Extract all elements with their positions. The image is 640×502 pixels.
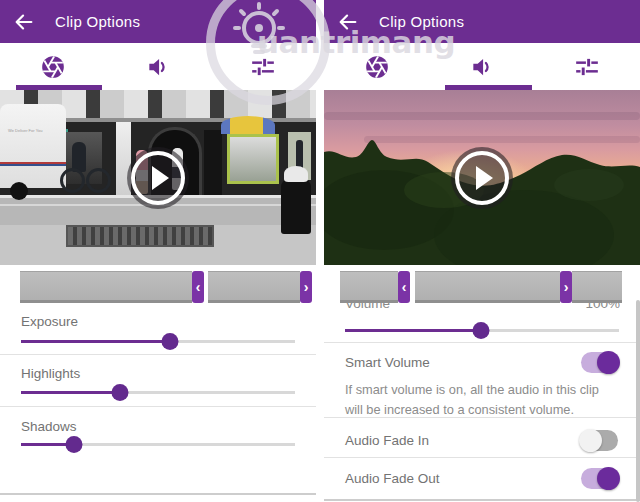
tab-bar (324, 43, 640, 90)
chevron-right-icon: › (564, 279, 569, 295)
divider (0, 406, 316, 407)
page-title: Clip Options (379, 13, 464, 30)
trim-handle-right[interactable]: › (300, 271, 312, 303)
bike-wheel-front (86, 168, 111, 193)
toggle-knob (597, 351, 620, 374)
divider (324, 417, 640, 418)
audio-fade-in-toggle[interactable] (581, 430, 618, 451)
tab-bar (0, 43, 316, 90)
fire-hydrant (281, 178, 311, 234)
exposure-label: Exposure (21, 314, 78, 329)
slider-fill (21, 391, 120, 394)
aperture-icon (40, 54, 66, 80)
smart-volume-description: If smart volume is on, all the audio in … (345, 380, 614, 421)
hydrant-cap (284, 166, 308, 182)
play-button[interactable] (451, 147, 513, 209)
chevron-left-icon: ‹ (196, 279, 201, 295)
trim-handle-right[interactable]: › (560, 271, 572, 303)
video-preview-sunset (324, 90, 640, 265)
slider-fill (21, 340, 170, 343)
truck-text: We Deliver For You (8, 128, 42, 133)
audio-fade-in-label: Audio Fade In (345, 433, 429, 448)
speaker-icon (145, 54, 171, 80)
divider (324, 457, 640, 458)
tab-exposure[interactable] (324, 43, 429, 90)
app-bar: Clip Options (0, 0, 316, 43)
clip-trimmer: ‹ › (20, 271, 312, 303)
truck-wheel (10, 182, 28, 200)
trim-handle-left[interactable]: ‹ (398, 271, 410, 303)
play-button[interactable] (127, 147, 189, 209)
tab-exposure[interactable] (0, 43, 105, 90)
trim-strip[interactable] (20, 271, 192, 303)
trim-strip[interactable] (208, 271, 300, 303)
volume-row-clipped: Volume 100% (345, 303, 620, 316)
slider-thumb[interactable] (162, 333, 179, 350)
exposure-slider[interactable] (21, 333, 295, 350)
clip-options-screen-audio: Clip Options (324, 0, 640, 502)
page-title: Clip Options (55, 13, 140, 30)
tab-audio[interactable] (105, 43, 210, 90)
toggle-knob (579, 429, 602, 452)
chevron-left-icon: ‹ (402, 279, 407, 295)
tab-audio[interactable] (429, 43, 534, 90)
app-bar: Clip Options (324, 0, 640, 43)
highlights-slider[interactable] (21, 384, 295, 401)
truck-stripe (0, 162, 66, 166)
dark-doorway (204, 130, 222, 195)
trim-strip[interactable] (415, 271, 560, 303)
screenshot-bottom-edge (0, 493, 316, 495)
volume-slider[interactable] (345, 322, 619, 339)
screenshot-bottom-edge (324, 499, 640, 501)
aperture-icon (364, 54, 390, 80)
cyclist (60, 142, 110, 198)
divider (324, 342, 640, 343)
audio-fade-out-toggle[interactable] (581, 468, 618, 489)
slider-thumb[interactable] (112, 384, 129, 401)
toggle-knob (597, 467, 620, 490)
trim-handle-left[interactable]: ‹ (192, 271, 204, 303)
shadows-slider[interactable] (21, 436, 295, 453)
sewer-grate (66, 225, 214, 247)
sliders-icon (574, 54, 600, 80)
audio-fade-out-label: Audio Fade Out (345, 471, 440, 486)
trim-strip[interactable] (572, 271, 622, 303)
volume-value: 100% (585, 303, 620, 311)
shadows-label: Shadows (21, 419, 77, 434)
mail-truck: We Deliver For You (0, 104, 66, 188)
back-arrow-icon[interactable] (337, 11, 359, 33)
highlights-label: Highlights (21, 366, 80, 381)
slider-thumb[interactable] (473, 322, 490, 339)
speaker-icon (469, 54, 495, 80)
smart-volume-label: Smart Volume (345, 355, 430, 370)
tab-adjust[interactable] (535, 43, 640, 90)
umbrella (221, 116, 275, 134)
trim-strip[interactable] (340, 271, 398, 303)
slider-thumb[interactable] (65, 436, 82, 453)
tab-adjust[interactable] (211, 43, 316, 90)
slider-fill (345, 329, 481, 332)
volume-label: Volume (345, 303, 390, 311)
chevron-right-icon: › (304, 279, 309, 295)
food-cart (227, 134, 279, 184)
clip-options-screen-exposure: Clip Options (0, 0, 316, 502)
video-preview-street: We Deliver For You (0, 90, 316, 265)
divider (0, 354, 316, 355)
bike-wheel-rear (60, 168, 85, 193)
clip-trimmer: ‹ › (340, 271, 622, 303)
smart-volume-toggle[interactable] (581, 352, 618, 373)
sliders-icon (250, 54, 276, 80)
back-arrow-icon[interactable] (13, 11, 35, 33)
scrollbar[interactable] (636, 300, 640, 502)
